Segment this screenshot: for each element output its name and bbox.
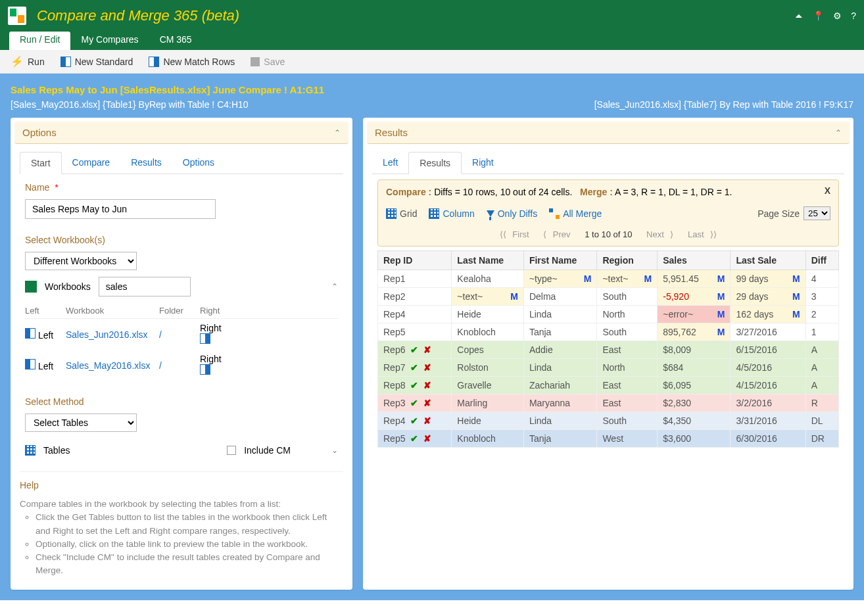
check-icon[interactable]: ✔: [410, 380, 418, 391]
app-logo-icon: [8, 7, 26, 25]
column-header[interactable]: Region: [597, 251, 658, 270]
x-icon[interactable]: ✘: [423, 433, 431, 444]
collapse-options-icon[interactable]: ⌃: [334, 128, 341, 137]
view-column-button[interactable]: Column: [429, 208, 474, 219]
subtab-right[interactable]: Right: [462, 152, 504, 174]
right-icon: [200, 333, 210, 344]
check-icon[interactable]: ✔: [410, 433, 418, 444]
x-icon[interactable]: ✘: [423, 415, 431, 426]
pager-last[interactable]: Last ⟩⟩: [684, 229, 717, 239]
results-panel-title: Results: [375, 127, 408, 138]
only-diffs-button[interactable]: Only Diffs: [487, 208, 537, 219]
x-icon[interactable]: ✘: [423, 398, 431, 408]
table-row[interactable]: Rep5 ✔ ✘KnoblochTanjaWest$3,6006/30/2016…: [378, 430, 839, 448]
tab-cm365[interactable]: CM 365: [149, 32, 203, 50]
wb-header-workbook: Workbook: [66, 306, 158, 316]
wb-folder-link[interactable]: /: [159, 329, 199, 340]
wb-right-cell[interactable]: Right: [200, 323, 233, 346]
column-header[interactable]: Rep ID: [378, 251, 452, 270]
pager-first[interactable]: ⟨⟨ First: [500, 229, 533, 239]
x-icon[interactable]: ✘: [423, 380, 431, 391]
subtab-options[interactable]: Options: [172, 152, 225, 174]
tab-run-edit[interactable]: Run / Edit: [9, 32, 70, 50]
table-row[interactable]: Rep4HeideLindaNorth~error~ M162 days M2: [378, 306, 839, 323]
subtab-results[interactable]: Results: [120, 152, 172, 174]
gear-icon[interactable]: ⚙: [833, 11, 842, 21]
repid-cell: Rep8 ✔ ✘: [378, 377, 452, 394]
table-cell: Gravelle: [452, 377, 524, 394]
table-cell: 3/2/2016: [731, 394, 805, 412]
help-intro: Compare tables in the workbook by select…: [20, 498, 343, 511]
tab-my-compares[interactable]: My Compares: [70, 32, 149, 50]
options-panel: Options ⌃ Start Compare Results Options …: [11, 118, 352, 590]
wb-left-cell[interactable]: Left: [25, 359, 64, 371]
merge-icon: [549, 208, 560, 219]
results-table: Rep IDLast NameFirst NameRegionSalesLast…: [377, 250, 839, 448]
include-cm-checkbox[interactable]: [227, 446, 236, 455]
left-source: [Sales_May2016.xlsx] {Table1} ByRep with…: [11, 99, 249, 110]
collapse-results-icon[interactable]: ⌃: [835, 128, 842, 137]
subtab-compare[interactable]: Compare: [62, 152, 121, 174]
tables-label: Tables: [43, 445, 70, 456]
left-icon: [25, 328, 36, 339]
check-icon[interactable]: ✔: [410, 415, 418, 426]
table-cell: Addie: [523, 341, 597, 359]
x-icon[interactable]: ✘: [423, 362, 431, 373]
table-row[interactable]: Rep1Kealoha~type~ M~text~ M5,951.45 M99 …: [378, 270, 839, 288]
new-standard-button[interactable]: New Standard: [60, 57, 133, 67]
wb-right-cell[interactable]: Right: [200, 354, 233, 377]
x-icon[interactable]: ✘: [423, 344, 431, 355]
table-row[interactable]: Rep8 ✔ ✘GravelleZachariahEast$6,0954/15/…: [378, 377, 839, 394]
all-merge-button[interactable]: All Merge: [549, 208, 602, 219]
table-cell: 162 days M: [731, 306, 805, 323]
table-row[interactable]: Rep7 ✔ ✘RolstonLindaNorth$6844/5/2016A: [378, 359, 839, 377]
run-button[interactable]: ⚡Run: [11, 55, 45, 68]
collapse-workbooks-icon[interactable]: ⌃: [331, 282, 338, 291]
check-icon[interactable]: ✔: [410, 344, 418, 355]
table-cell: $3,600: [658, 430, 731, 448]
wb-name-link[interactable]: Sales_Jun2016.xlsx: [66, 329, 158, 340]
wb-name-link[interactable]: Sales_May2016.xlsx: [66, 360, 158, 371]
column-header[interactable]: Sales: [658, 251, 731, 270]
collapse-icon[interactable]: ⏶: [794, 11, 804, 21]
table-cell: ~error~ M: [658, 306, 731, 323]
workbook-mode-select[interactable]: Different Workbooks: [25, 252, 137, 270]
repid-cell: Rep4 ✔ ✘: [378, 412, 452, 430]
subtab-start[interactable]: Start: [20, 152, 62, 174]
toolbar: ⚡Run New Standard New Match Rows Save: [0, 50, 864, 74]
table-cell: North: [597, 306, 658, 323]
workbooks-filter-input[interactable]: [99, 277, 191, 296]
close-summary-button[interactable]: X: [825, 185, 830, 196]
wb-left-cell[interactable]: Left: [25, 328, 64, 341]
table-row[interactable]: Rep6 ✔ ✘CopesAddieEast$8,0096/15/2016A: [378, 341, 839, 359]
column-header[interactable]: Last Name: [452, 251, 524, 270]
table-row[interactable]: Rep3 ✔ ✘MarlingMaryannaEast$2,8303/2/201…: [378, 394, 839, 412]
pager-next[interactable]: Next ⟩: [642, 229, 673, 239]
wb-folder-link[interactable]: /: [159, 360, 199, 371]
save-button: Save: [251, 57, 285, 67]
new-match-rows-button[interactable]: New Match Rows: [149, 57, 235, 67]
compare-name-input[interactable]: [25, 199, 216, 219]
pin-icon[interactable]: 📍: [813, 11, 824, 21]
column-header[interactable]: Diff: [805, 251, 838, 270]
pager-prev[interactable]: ⟨ Prev: [543, 229, 574, 239]
page-size-select[interactable]: 25: [804, 206, 830, 220]
table-row[interactable]: Rep5KnoblochTanjaSouth895,762 M3/27/2016…: [378, 323, 839, 341]
table-row[interactable]: Rep4 ✔ ✘HeideLindaSouth$4,3503/31/2016DL: [378, 412, 839, 430]
table-cell: 895,762 M: [658, 323, 731, 341]
check-icon[interactable]: ✔: [410, 398, 418, 408]
column-header[interactable]: First Name: [523, 251, 597, 270]
view-grid-button[interactable]: Grid: [386, 208, 417, 219]
column-header[interactable]: Last Sale: [731, 251, 805, 270]
help-icon[interactable]: ?: [851, 11, 856, 21]
repid-cell: Rep2: [378, 288, 452, 306]
table-row[interactable]: Rep2~text~ MDelmaSouth-5,920 M29 days M3: [378, 288, 839, 306]
main-tabs: Run / Edit My Compares CM 365: [0, 32, 864, 50]
table-cell: Copes: [452, 341, 524, 359]
subtab-left[interactable]: Left: [372, 152, 408, 174]
subtab-results-data[interactable]: Results: [408, 152, 462, 174]
table-cell: R: [805, 394, 838, 412]
method-select[interactable]: Select Tables: [25, 414, 137, 432]
expand-tables-icon[interactable]: ⌄: [331, 446, 338, 455]
check-icon[interactable]: ✔: [410, 362, 418, 373]
